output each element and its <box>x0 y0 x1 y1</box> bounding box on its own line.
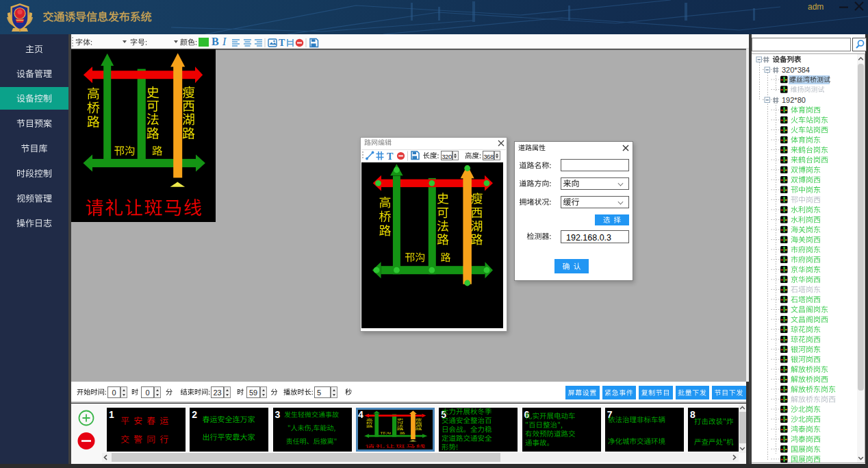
svg-text:B: B <box>212 36 219 47</box>
svg-text:T: T <box>279 38 285 48</box>
svg-text:T: T <box>387 151 394 162</box>
svg-text:I: I <box>222 36 227 47</box>
